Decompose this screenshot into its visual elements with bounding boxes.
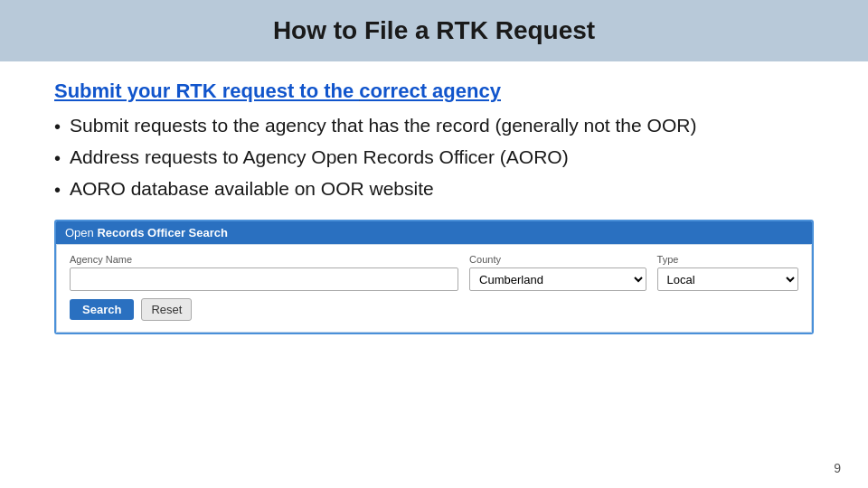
content-area: Submit your RTK request to the correct a…: [0, 70, 868, 488]
county-group: County Cumberland Philadelphia Allegheny: [469, 254, 646, 291]
heading-link[interactable]: correct agency: [359, 80, 501, 102]
title-bar: How to File a RTK Request: [0, 0, 868, 61]
widget-header: Open Records Officer Search: [56, 221, 812, 244]
search-widget: Open Records Officer Search Agency Name …: [54, 220, 814, 334]
header-open: Open: [65, 226, 97, 239]
page-number: 9: [834, 461, 841, 475]
type-label: Type: [657, 254, 798, 265]
heading: Submit your RTK request to the correct a…: [54, 80, 814, 103]
list-item: • Submit requests to the agency that has…: [54, 110, 814, 142]
agency-name-group: Agency Name: [70, 254, 458, 291]
slide-container: How to File a RTK Request Submit your RT…: [0, 0, 868, 488]
button-row: Search Reset: [70, 298, 798, 321]
type-group: Type Local State: [657, 254, 798, 291]
list-item: • Address requests to Agency Open Record…: [54, 142, 814, 174]
county-select[interactable]: Cumberland Philadelphia Allegheny: [469, 267, 646, 291]
bullet-dot: •: [54, 115, 61, 139]
bullet-dot: •: [54, 178, 61, 202]
reset-button[interactable]: Reset: [141, 298, 192, 321]
list-item: • AORO database available on OOR website: [54, 174, 814, 205]
bullet-list: • Submit requests to the agency that has…: [54, 110, 814, 205]
widget-body: Agency Name County Cumberland Philadelph…: [56, 244, 812, 333]
agency-name-label: Agency Name: [70, 254, 458, 265]
header-rest: Records Officer Search: [97, 226, 228, 239]
form-row: Agency Name County Cumberland Philadelph…: [70, 254, 798, 291]
bullet-text-2: Address requests to Agency Open Records …: [70, 145, 569, 170]
bullet-text-3: AORO database available on OOR website: [70, 176, 434, 202]
agency-name-input[interactable]: [70, 267, 458, 291]
county-label: County: [469, 254, 646, 265]
search-button[interactable]: Search: [70, 299, 134, 320]
type-select[interactable]: Local State: [657, 267, 798, 291]
bullet-dot: •: [54, 146, 61, 171]
bullet-text-1: Submit requests to the agency that has t…: [70, 113, 696, 138]
slide-title: How to File a RTK Request: [273, 16, 595, 44]
heading-prefix: Submit your RTK request to the: [54, 80, 359, 102]
